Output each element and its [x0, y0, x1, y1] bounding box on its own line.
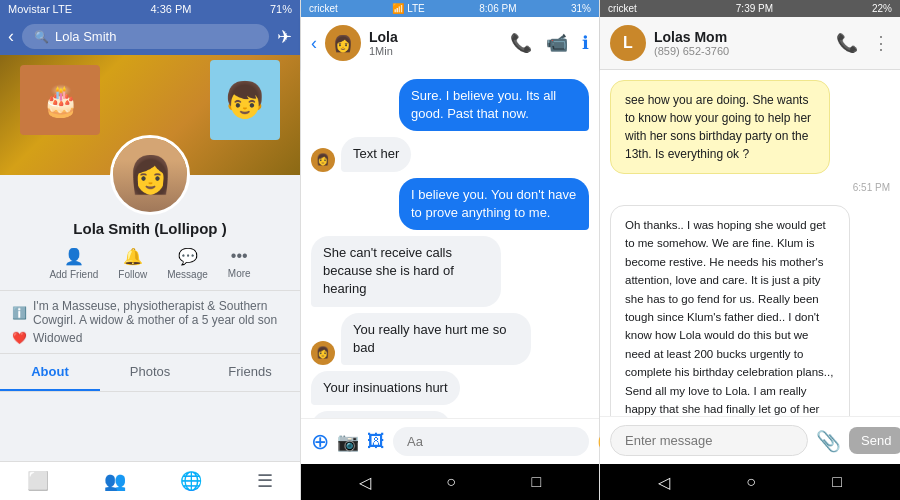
home-nav-icon[interactable]: ○ — [446, 473, 456, 491]
message-bubble: She can't receive calls because she is h… — [311, 236, 501, 307]
avatar-image: 👩 — [113, 138, 187, 212]
contact-name-p2: Lola — [369, 29, 502, 45]
time-label-p3: 7:39 PM — [736, 3, 773, 14]
message-row: Sure. I believe you. Its all good. Past … — [311, 79, 589, 131]
add-friend-icon: 👤 — [64, 247, 84, 266]
message-button[interactable]: 💬 Message — [167, 247, 208, 280]
bottom-nav-bar: ⬜ 👥 🌐 ☰ — [0, 461, 300, 500]
messages-list-p2: Sure. I believe you. Its all good. Past … — [301, 69, 599, 418]
phone-icon-p2[interactable]: 📞 — [510, 32, 532, 54]
follow-label: Follow — [118, 269, 147, 280]
input-bar-p3: 📎 Send — [600, 416, 900, 464]
cover-cake-image: 🎂 — [20, 65, 100, 135]
message-input[interactable] — [393, 427, 589, 456]
carrier-label-p3: cricket — [608, 3, 637, 14]
tab-about[interactable]: About — [0, 354, 100, 391]
carrier-label: Movistar LTE — [8, 3, 72, 15]
bio-content: I'm a Masseuse, physiotherapist & Southe… — [33, 299, 288, 327]
message-row: Your insinuations hurt — [311, 371, 589, 405]
contact-avatar-p2: 👩 — [325, 25, 361, 61]
message-bubble: And is very insulting — [311, 411, 451, 418]
widowed-row: ❤️ Widowed — [12, 331, 288, 345]
contact-status-p2: 1Min — [369, 45, 502, 57]
profile-name: Lola Smith (Lollipop ) — [0, 220, 300, 237]
home-nav-icon-p3[interactable]: ○ — [746, 473, 756, 491]
cover-child-image: 👦 — [210, 60, 280, 140]
info-icon-p2[interactable]: ℹ — [582, 32, 589, 54]
back-nav-icon[interactable]: ◁ — [359, 473, 371, 492]
send-button[interactable]: Send — [849, 427, 900, 454]
message-bubble: Your insinuations hurt — [311, 371, 460, 405]
bio-section: ℹ️ I'm a Masseuse, physiotherapist & Sou… — [0, 291, 300, 354]
more-icon-p3[interactable]: ⋮ — [872, 32, 890, 54]
attachment-icon[interactable]: 📎 — [816, 429, 841, 453]
bio-icon: ℹ️ — [12, 306, 27, 320]
time-label: 4:36 PM — [150, 3, 191, 15]
battery-label: 71% — [270, 3, 292, 15]
home-icon[interactable]: ⬜ — [27, 470, 49, 492]
message-input-p3[interactable] — [610, 425, 808, 456]
message-label: Message — [167, 269, 208, 280]
back-button[interactable]: ‹ — [8, 26, 14, 47]
battery-label-p3: 22% — [872, 3, 892, 14]
sender-avatar: 👩 — [311, 341, 335, 365]
more-label: More — [228, 268, 251, 279]
menu-icon[interactable]: ☰ — [257, 470, 273, 492]
messenger-chat-panel: cricket 📶 LTE 8:06 PM 31% ‹ 👩 Lola 1Min … — [300, 0, 600, 500]
phone-icon-p3[interactable]: 📞 — [836, 32, 858, 54]
back-button-p2[interactable]: ‹ — [311, 33, 317, 54]
signal-icon: 📶 LTE — [392, 3, 424, 14]
contact-info-p3: Lolas Mom (859) 652-3760 — [654, 29, 828, 57]
search-input-wrap[interactable]: 🔍 Lola Smith — [22, 24, 269, 49]
statusbar-panel2: cricket 📶 LTE 8:06 PM 31% — [301, 0, 599, 17]
message-time-p3: 6:51 PM — [610, 182, 890, 193]
messenger-icon[interactable]: ✈ — [277, 26, 292, 48]
sender-avatar: 👩 — [311, 148, 335, 172]
heart-icon: ❤️ — [12, 331, 27, 345]
widowed-text: Widowed — [33, 331, 82, 345]
contact-avatar-p3: L — [610, 25, 646, 61]
bio-text: ℹ️ I'm a Masseuse, physiotherapist & Sou… — [12, 299, 288, 327]
add-friend-button[interactable]: 👤 Add Friend — [49, 247, 98, 280]
back-nav-icon-p3[interactable]: ◁ — [658, 473, 670, 492]
follow-icon: 🔔 — [123, 247, 143, 266]
message-row: I believe you. You don't have to prove a… — [311, 178, 589, 230]
avatar-wrapper: 👩 — [0, 135, 300, 215]
messenger-header: ‹ 👩 Lola 1Min 📞 📹 ℹ — [301, 17, 599, 69]
battery-label-p2: 31% — [571, 3, 591, 14]
recent-nav-icon-p3[interactable]: □ — [832, 473, 842, 491]
video-icon-p2[interactable]: 📹 — [546, 32, 568, 54]
message-bubble: Sure. I believe you. Its all good. Past … — [399, 79, 589, 131]
statusbar-panel1: Movistar LTE 4:36 PM 71% — [0, 0, 300, 18]
android-nav-bar-p2: ◁ ○ □ — [301, 464, 599, 500]
tab-friends[interactable]: Friends — [200, 354, 300, 391]
plus-icon[interactable]: ⊕ — [311, 429, 329, 455]
message-row: 👩 Text her — [311, 137, 589, 171]
globe-icon[interactable]: 🌐 — [180, 470, 202, 492]
contact-name-p3: Lolas Mom — [654, 29, 828, 45]
more-button[interactable]: ••• More — [228, 247, 251, 280]
search-text: Lola Smith — [55, 29, 116, 44]
contact-phone-p3: (859) 652-3760 — [654, 45, 828, 57]
message-bubble-long-p3: Oh thanks.. I was hoping she would get t… — [610, 205, 850, 416]
facebook-profile-panel: Movistar LTE 4:36 PM 71% ‹ 🔍 Lola Smith … — [0, 0, 300, 500]
search-bar: ‹ 🔍 Lola Smith ✈ — [0, 18, 300, 55]
time-label-p2: 8:06 PM — [479, 3, 516, 14]
profile-tabs: About Photos Friends — [0, 354, 300, 392]
header-icons-p3: 📞 ⋮ — [836, 32, 890, 54]
header-action-icons: 📞 📹 ℹ — [510, 32, 589, 54]
carrier-label-p2: cricket — [309, 3, 338, 14]
follow-button[interactable]: 🔔 Follow — [118, 247, 147, 280]
recent-nav-icon[interactable]: □ — [532, 473, 542, 491]
android-nav-bar-p3: ◁ ○ □ — [600, 464, 900, 500]
more-icon: ••• — [231, 247, 248, 265]
profile-actions: 👤 Add Friend 🔔 Follow 💬 Message ••• More — [0, 237, 300, 291]
sms-chat-panel: cricket 7:39 PM 22% L Lolas Mom (859) 65… — [600, 0, 900, 500]
message-row: And is very insulting — [311, 411, 589, 418]
camera-icon[interactable]: 📷 — [337, 431, 359, 453]
friends-icon[interactable]: 👥 — [104, 470, 126, 492]
tab-photos[interactable]: Photos — [100, 354, 200, 391]
image-icon[interactable]: 🖼 — [367, 431, 385, 452]
input-bar-p2: ⊕ 📷 🖼 😊 👍 — [301, 418, 599, 464]
message-row: She can't receive calls because she is h… — [311, 236, 589, 307]
